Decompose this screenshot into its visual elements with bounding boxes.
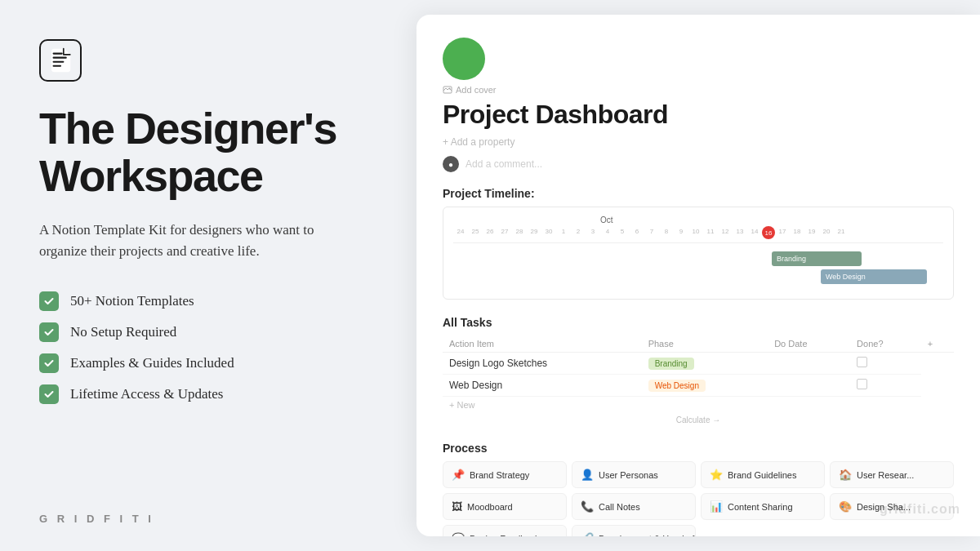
th-add[interactable]: + [921, 335, 954, 353]
process-grid: 📌 Brand Strategy 👤 User Personas ⭐ Brand… [443, 461, 954, 536]
features-list: 50+ Notion Templates No Setup Required E… [39, 291, 377, 404]
tick-6: 6 [630, 228, 644, 239]
tick-18: 18 [790, 228, 804, 239]
tick-3: 3 [586, 228, 600, 239]
task-phase-1: Branding [642, 353, 768, 375]
task-checkbox-1[interactable] [857, 357, 867, 367]
page-avatar [443, 38, 485, 80]
check-icon-3 [39, 353, 59, 373]
process-card-user-research[interactable]: 🏠 User Resear... [830, 461, 954, 488]
tick-28: 28 [512, 228, 527, 239]
timeline-ruler: 24 25 26 27 28 29 30 1 2 3 4 5 6 7 8 9 1… [453, 228, 943, 243]
process-icon-brand-strategy: 📌 [452, 469, 465, 481]
tick-19: 19 [804, 228, 819, 239]
process-section: Process 📌 Brand Strategy 👤 User Personas… [443, 442, 954, 536]
check-icon-2 [39, 322, 59, 342]
comment-row[interactable]: ● Add a comment... [443, 156, 954, 172]
process-icon-moodboard: 🖼 [452, 500, 462, 513]
tick-26: 26 [483, 228, 497, 239]
dashboard-panel: Add cover Project Dashboard + Add a prop… [416, 15, 980, 536]
check-icon-1 [39, 291, 59, 311]
gridfiti-brand-label: G R I D F I T I [39, 513, 154, 525]
add-property-row[interactable]: + Add a property [443, 136, 954, 148]
watermark: gridfiti.com [880, 502, 960, 517]
process-label-call-notes: Call Notes [599, 502, 640, 512]
tick-9: 9 [674, 228, 688, 239]
tick-20: 20 [819, 228, 834, 239]
process-icon-design-share: 🎨 [839, 500, 852, 513]
tick-17: 17 [775, 228, 790, 239]
left-content: The Designer's Workspace A Notion Templa… [39, 39, 377, 404]
tick-7: 7 [644, 228, 659, 239]
tick-8: 8 [659, 228, 674, 239]
process-icon-content-sharing: 📊 [710, 500, 723, 513]
tasks-section: All Tasks Action Item Phase Do Date [443, 316, 954, 427]
timeline-month: Oct [453, 216, 943, 224]
tick-30: 30 [541, 228, 556, 239]
add-cover-label: Add cover [456, 85, 497, 95]
process-label-user-research: User Resear... [857, 470, 914, 480]
tick-4: 4 [600, 228, 615, 239]
notion-logo-icon [39, 39, 82, 82]
tick-10: 10 [688, 228, 703, 239]
process-icon-user-research: 🏠 [839, 469, 852, 481]
process-card-design-feedback[interactable]: 💬 Design Feedback [443, 525, 567, 536]
tick-today: 16 [762, 226, 775, 239]
process-icon-design-feedback: 💬 [452, 532, 465, 536]
bar-web-design: Web Design [821, 269, 927, 284]
timeline-bars: Branding Web Design [453, 248, 943, 291]
comment-placeholder-text: Add a comment... [466, 158, 542, 170]
task-checkbox-2[interactable] [857, 379, 867, 389]
feature-item-2: No Setup Required [39, 322, 377, 342]
process-card-development-handoff[interactable]: 🔗 Development & Hand-off [572, 525, 696, 536]
tick-29: 29 [527, 228, 541, 239]
feature-text-2: No Setup Required [70, 324, 176, 340]
tick-24: 24 [453, 228, 468, 239]
tick-13: 13 [733, 228, 747, 239]
tick-12: 12 [718, 228, 733, 239]
tick-21: 21 [834, 228, 849, 239]
timeline-section-label: Project Timeline: [443, 187, 954, 200]
task-done-1[interactable] [850, 353, 921, 375]
task-phase-2: Web Design [642, 375, 768, 397]
feature-item-3: Examples & Guides Included [39, 353, 377, 373]
add-property-label: + Add a property [443, 136, 514, 148]
page-subtitle: A Notion Template Kit for designers who … [39, 220, 358, 263]
th-done: Done? [850, 335, 921, 353]
feature-text-4: Lifetime Access & Updates [70, 386, 223, 402]
process-label-design-feedback: Design Feedback [470, 534, 540, 537]
phase-badge-branding: Branding [648, 358, 694, 370]
calculate-row[interactable]: Calculate → [443, 413, 954, 427]
feature-text-3: Examples & Guides Included [70, 355, 234, 371]
tick-5: 5 [615, 228, 630, 239]
process-label-moodboard: Moodboard [467, 502, 513, 512]
process-section-label: Process [443, 442, 954, 455]
new-row[interactable]: + New [443, 397, 954, 413]
process-card-call-notes[interactable]: 📞 Call Notes [572, 493, 696, 520]
timeline-container: Oct 24 25 26 27 28 29 30 1 2 3 4 5 6 7 8… [443, 207, 954, 300]
feature-item-4: Lifetime Access & Updates [39, 384, 377, 404]
tasks-section-label: All Tasks [443, 316, 954, 329]
th-phase: Phase [642, 335, 768, 353]
tasks-header-row: Action Item Phase Do Date Done? + [443, 335, 954, 353]
process-icon-development-handoff: 🔗 [581, 532, 594, 536]
tick-2: 2 [571, 228, 586, 239]
process-label-user-personas: User Personas [599, 470, 658, 480]
svg-point-1 [449, 88, 451, 90]
check-icon-4 [39, 384, 59, 404]
process-card-user-personas[interactable]: 👤 User Personas [572, 461, 696, 488]
process-label-content-sharing: Content Sharing [728, 502, 793, 512]
task-done-2[interactable] [850, 375, 921, 397]
process-card-brand-guidelines[interactable]: ⭐ Brand Guidelines [701, 461, 825, 488]
bar-branding: Branding [772, 251, 862, 266]
task-name-1: Design Logo Sketches [443, 353, 642, 375]
add-cover-row[interactable]: Add cover [443, 85, 954, 95]
process-icon-user-personas: 👤 [581, 469, 594, 481]
feature-item-1: 50+ Notion Templates [39, 291, 377, 311]
process-icon-brand-guidelines: ⭐ [710, 469, 723, 481]
process-icon-call-notes: 📞 [581, 500, 594, 513]
process-card-moodboard[interactable]: 🖼 Moodboard [443, 493, 567, 520]
process-label-development-handoff: Development & Hand-off [599, 534, 696, 537]
process-card-brand-strategy[interactable]: 📌 Brand Strategy [443, 461, 567, 488]
process-card-content-sharing[interactable]: 📊 Content Sharing [701, 493, 825, 520]
